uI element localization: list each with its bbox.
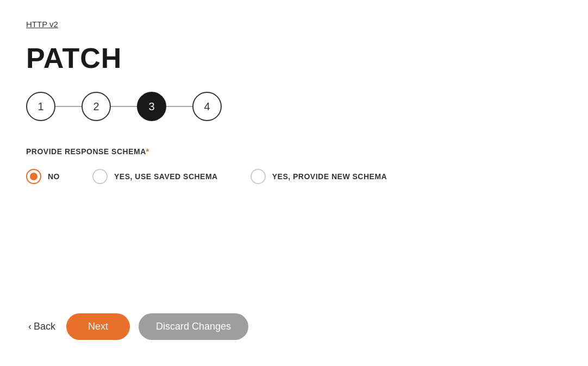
- radio-button-no[interactable]: [26, 169, 41, 184]
- step-2[interactable]: 2: [82, 92, 111, 121]
- radio-group: NO YES, USE SAVED SCHEMA YES, PROVIDE NE…: [26, 169, 562, 184]
- step-3[interactable]: 3: [137, 92, 166, 121]
- footer-actions: ‹ Back Next Discard Changes: [26, 313, 248, 340]
- discard-button[interactable]: Discard Changes: [139, 313, 248, 340]
- required-asterisk: *: [146, 147, 149, 156]
- page-container: HTTP v2 PATCH 1 2 3 4 PROVIDE RESPONSE S…: [0, 0, 588, 366]
- section-label: PROVIDE RESPONSE SCHEMA*: [26, 147, 562, 156]
- next-button[interactable]: Next: [66, 313, 130, 340]
- step-connector-2: [111, 106, 137, 107]
- radio-label-yes-saved: YES, USE SAVED SCHEMA: [114, 172, 218, 181]
- step-connector-3: [166, 106, 192, 107]
- back-chevron-icon: ‹: [28, 321, 32, 332]
- radio-inner-no: [30, 173, 37, 180]
- page-title: PATCH: [26, 42, 562, 74]
- step-1[interactable]: 1: [26, 92, 55, 121]
- radio-option-yes-new[interactable]: YES, PROVIDE NEW SCHEMA: [251, 169, 387, 184]
- radio-option-yes-saved[interactable]: YES, USE SAVED SCHEMA: [92, 169, 218, 184]
- back-button[interactable]: ‹ Back: [26, 317, 58, 337]
- breadcrumb-link[interactable]: HTTP v2: [26, 20, 58, 29]
- radio-label-yes-new: YES, PROVIDE NEW SCHEMA: [272, 172, 387, 181]
- radio-button-yes-new[interactable]: [251, 169, 266, 184]
- step-connector-1: [55, 106, 82, 107]
- radio-button-yes-saved[interactable]: [92, 169, 108, 184]
- stepper: 1 2 3 4: [26, 92, 562, 121]
- radio-option-no[interactable]: NO: [26, 169, 60, 184]
- radio-label-no: NO: [48, 172, 60, 181]
- step-4[interactable]: 4: [192, 92, 222, 121]
